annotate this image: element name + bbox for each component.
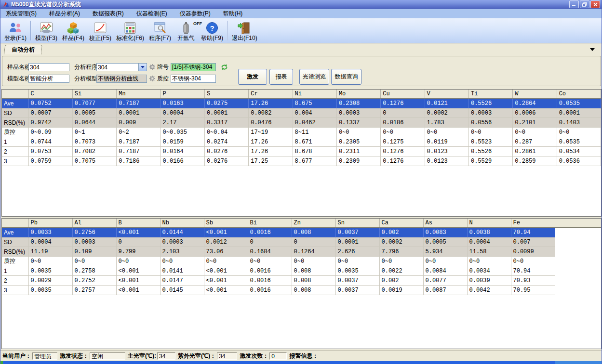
cell: 0.0029 [28, 276, 72, 286]
cell: 0.0123 [425, 156, 468, 166]
cell: 0.7187 [117, 137, 161, 147]
close-button[interactable] [590, 0, 600, 8]
program-button[interactable]: 程序(F7) [147, 18, 174, 43]
cell: 0.004 [293, 108, 336, 118]
menu-instrument-params[interactable]: 仪器参数(P) [177, 9, 213, 19]
model-button[interactable]: 模型(F3) [33, 18, 60, 43]
cell: 0.5529 [468, 156, 512, 166]
cell: 0.0145 [160, 286, 204, 295]
cell: 0.0037 [335, 276, 379, 286]
cell: 0~0 [513, 128, 557, 137]
exit-button[interactable]: 退出(F10) [229, 18, 260, 43]
cell: 0.0276 [204, 147, 248, 156]
cell: 0~0 [116, 257, 160, 266]
cell: 0.008 [292, 228, 335, 237]
row-label: 3 [2, 156, 28, 166]
status-bar: 当前用户： 管理员 激发状态： 空闲 主光室(℃): 34 紫外光室(℃)： 3… [0, 350, 602, 361]
cell: 0.1264 [292, 247, 335, 257]
toolbar-separator [227, 21, 228, 40]
table-row-2[interactable]: 20.07530.70820.71870.01640.027617.268.67… [2, 147, 601, 156]
cell: 0~0 [468, 128, 512, 137]
table-row-3[interactable]: 30.00350.2757<0.0010.0145<0.0010.00160.0… [2, 286, 601, 295]
column-header-Al: Al [72, 219, 116, 228]
tab-auto-analysis[interactable]: 自动分析 [4, 45, 42, 54]
table-row-3[interactable]: 30.07590.70750.71860.01660.027617.258.67… [2, 156, 601, 166]
spectrum-browse-button[interactable]: 光谱浏览 [299, 69, 329, 85]
qc-gear-icon[interactable] [149, 75, 156, 82]
column-header-B: B [116, 219, 160, 228]
table-row-2[interactable]: 20.00290.2752<0.0010.0147<0.0010.00160.0… [2, 276, 601, 286]
cell: 0.0035 [335, 266, 379, 276]
argon-button[interactable]: OFF 开氩气 [174, 18, 199, 43]
cell: 0.008 [292, 276, 335, 286]
menu-data-report[interactable]: 数据报表(R) [90, 9, 126, 19]
cell: 0.0005 [72, 108, 116, 118]
standardize-button[interactable]: 标准化(F6) [114, 18, 147, 43]
table-row-RSD(%)[interactable]: RSD(%)11.190.1099.7992.10373.060.16840.1… [2, 247, 601, 257]
combo-dropdown-icon[interactable] [138, 64, 147, 71]
column-header-Si: Si [72, 90, 116, 99]
table-row-SD[interactable]: SD0.00040.000300.00030.0012000.00010.000… [2, 237, 601, 247]
cell: 17.25 [249, 156, 293, 166]
data-query-button[interactable]: 数据查询 [331, 69, 361, 85]
cell: 0.0462 [293, 118, 336, 128]
row-label: SD [2, 108, 28, 118]
column-header-V: V [425, 90, 468, 99]
column-header-Pb: Pb [28, 219, 72, 228]
table-row-SD[interactable]: SD0.00070.00050.00010.00040.00010.00820.… [2, 108, 601, 118]
qc-label: 质控 [157, 75, 169, 83]
report-button[interactable]: 报表 [269, 69, 293, 85]
cell: <0.001 [204, 286, 248, 295]
corner-cell [2, 90, 28, 99]
cell: 0.0037 [335, 286, 379, 295]
menu-sample-analysis[interactable]: 样品分析(A) [47, 9, 82, 19]
calibration-button[interactable]: 校正(F5) [87, 18, 114, 43]
cell: 0 [292, 237, 335, 247]
table-row-1[interactable]: 10.00350.2758<0.0010.0141<0.0010.00160.0… [2, 266, 601, 276]
table-row-Ave[interactable]: Ave0.07520.70770.71870.01630.027517.268.… [2, 99, 601, 108]
cell: 0.0042 [467, 286, 511, 295]
menu-instrument-check[interactable]: 仪器检测(E) [134, 9, 170, 19]
table-row-质控[interactable]: 质控0~0.090~10~20~0.0350~0.0417~198~110~00… [2, 128, 601, 137]
cell: 0.0012 [204, 237, 248, 247]
menu-bar: 系统管理(S) 样品分析(A) 数据报表(R) 仪器检测(E) 仪器参数(P) … [0, 9, 602, 18]
table-row-RSD(%)[interactable]: RSD(%)0.97420.06440.0092.170.33170.04760… [2, 118, 601, 128]
cell: 0.007 [511, 237, 555, 247]
help-button[interactable]: ? 帮助(F9) [199, 18, 226, 43]
cell: 0.0002 [379, 237, 423, 247]
cell: 0.0753 [28, 147, 72, 156]
column-header-Cr: Cr [249, 90, 293, 99]
cell: 0.0034 [467, 266, 511, 276]
cell: 0~0 [381, 128, 425, 137]
tab-list-dropdown-icon[interactable] [590, 48, 595, 51]
cell: 0.1276 [381, 147, 425, 156]
grade-input[interactable] [171, 63, 216, 71]
restore-button[interactable] [580, 0, 589, 8]
row-filler [555, 247, 601, 257]
sample-button[interactable]: 样品(F4) [60, 18, 87, 43]
minimize-button[interactable] [569, 0, 579, 8]
excite-button[interactable]: 激发 [238, 69, 267, 85]
cell: <0.001 [116, 228, 160, 237]
cell: <0.001 [204, 276, 248, 286]
sample-name-input[interactable] [28, 63, 69, 71]
analysis-program-combobox[interactable] [96, 63, 147, 71]
login-button[interactable]: 登录(F1) [2, 18, 29, 43]
status-main-chamber-temp: 主光室(℃): 34 [128, 352, 175, 360]
exit-door-icon [238, 21, 251, 35]
model-name-input[interactable] [28, 75, 69, 83]
refresh-grade-icon[interactable] [220, 64, 228, 71]
table-row-质控[interactable]: 质控0~00~00~00~00~00~00~00~00~00~00~00~0 [2, 257, 601, 266]
cell: 0.0006 [513, 108, 557, 118]
analysis-program-label: 分析程序 [74, 63, 97, 71]
cell: 0.0186 [381, 118, 425, 128]
table-row-Ave[interactable]: Ave0.00330.2756<0.0010.0144<0.0010.00160… [2, 228, 601, 237]
table-row-1[interactable]: 10.07440.70730.71870.01590.027417.268.67… [2, 137, 601, 147]
menu-system[interactable]: 系统管理(S) [3, 9, 39, 19]
qc-input[interactable] [171, 75, 216, 83]
window-title: M5000直读光谱仪分析系统 [11, 0, 569, 9]
menu-help[interactable]: 帮助(H) [221, 9, 245, 19]
cell: 0.008 [292, 266, 335, 276]
excite-state-value: 空闲 [90, 352, 125, 360]
grade-gear-icon[interactable] [149, 64, 156, 70]
